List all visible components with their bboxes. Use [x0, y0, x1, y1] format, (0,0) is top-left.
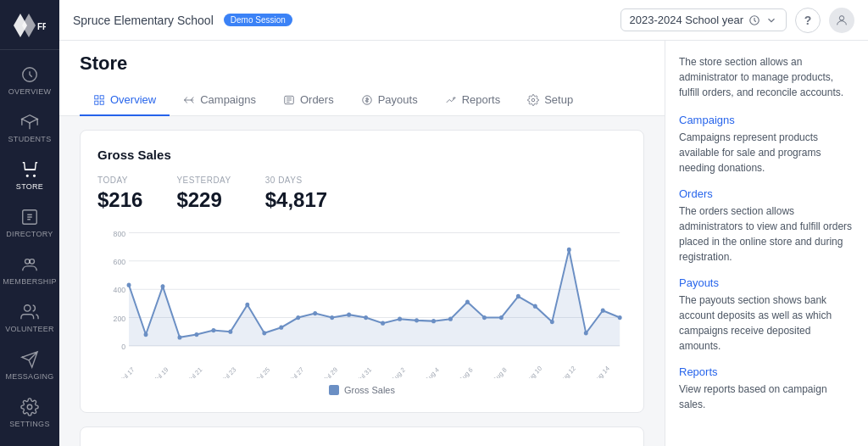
tab-reports[interactable]: Reports [431, 85, 515, 116]
tab-campaigns[interactable]: Campaigns [170, 85, 270, 116]
main-area: Spruce Elementary School Demo Session 20… [59, 0, 868, 446]
logo: FF [0, 7, 59, 50]
right-section-payouts: Payouts The payouts section shows bank a… [679, 276, 854, 354]
sidebar-item-volunteer[interactable]: Volunteer [0, 294, 59, 342]
clock-icon [748, 14, 760, 26]
svg-point-74 [618, 315, 622, 320]
svg-point-50 [211, 328, 215, 332]
right-section-reports: Reports View reports based on campaign s… [679, 365, 854, 412]
school-name: Spruce Elementary School [73, 14, 214, 27]
svg-point-53 [262, 331, 266, 335]
svg-point-60 [381, 321, 385, 326]
campaigns-section-text: Campaigns represent products available f… [679, 130, 854, 176]
legend-color [329, 385, 339, 395]
svg-point-66 [482, 315, 487, 320]
tab-overview[interactable]: Overview [80, 85, 170, 116]
svg-rect-16 [100, 101, 103, 104]
svg-point-69 [533, 304, 537, 309]
right-section-campaigns: Campaigns Campaigns represent products a… [679, 114, 854, 176]
settings-icon [527, 94, 539, 106]
svg-point-10 [27, 404, 32, 410]
svg-text:Aug 4: Aug 4 [424, 365, 441, 378]
tab-orders[interactable]: Orders [270, 85, 348, 116]
svg-text:Jul 19: Jul 19 [153, 365, 170, 378]
svg-point-49 [194, 332, 198, 337]
svg-point-54 [279, 326, 283, 330]
gross-sales-card: Gross Sales Today $216 Yesterday $229 30… [80, 130, 644, 413]
orders-section-text: The orders section allows administrators… [679, 203, 854, 265]
tabs: Overview Campaigns Orders [80, 85, 644, 115]
svg-point-72 [584, 331, 588, 335]
svg-text:0: 0 [121, 343, 125, 351]
svg-text:Aug 8: Aug 8 [492, 365, 509, 378]
sidebar-item-students[interactable]: Students [0, 104, 59, 152]
sidebar-item-overview[interactable]: Overview [0, 57, 59, 104]
svg-point-61 [398, 317, 402, 321]
header-right: 2023-2024 School year ? [620, 8, 854, 33]
svg-point-70 [550, 320, 554, 324]
sidebar-item-messaging[interactable]: Messaging [0, 342, 59, 389]
tab-payouts[interactable]: Payouts [348, 85, 431, 116]
svg-point-62 [415, 318, 419, 322]
svg-text:200: 200 [114, 314, 126, 322]
avatar[interactable] [829, 8, 854, 33]
svg-point-65 [465, 300, 470, 304]
list-icon [283, 94, 295, 106]
right-panel: The store section allows an administrato… [665, 41, 868, 446]
orders-section-title[interactable]: Orders [679, 187, 854, 200]
svg-text:Aug 14: Aug 14 [592, 364, 611, 378]
svg-point-55 [296, 315, 300, 320]
content-body: Gross Sales Today $216 Yesterday $229 30… [59, 116, 665, 446]
svg-text:Jul 17: Jul 17 [119, 365, 136, 378]
svg-text:Jul 21: Jul 21 [186, 365, 203, 378]
chevron-down-icon [765, 14, 777, 26]
page-content: Store Overview Campaigns [59, 41, 868, 446]
svg-text:Aug 12: Aug 12 [558, 365, 576, 378]
svg-rect-13 [95, 95, 98, 98]
right-panel-intro: The store section allows an administrato… [679, 54, 854, 100]
sidebar-item-store[interactable]: Store [0, 152, 59, 199]
svg-point-73 [601, 309, 605, 313]
payouts-section-title[interactable]: Payouts [679, 276, 854, 289]
svg-point-57 [330, 315, 334, 320]
svg-point-71 [567, 248, 571, 252]
svg-point-63 [431, 319, 436, 323]
sidebar-item-directory[interactable]: Directory [0, 199, 59, 247]
svg-text:Aug 10: Aug 10 [524, 365, 542, 378]
campaigns-section-title[interactable]: Campaigns [679, 114, 854, 126]
svg-text:Jul 23: Jul 23 [220, 365, 237, 378]
svg-text:Aug 2: Aug 2 [390, 365, 407, 378]
svg-text:FF: FF [37, 22, 46, 31]
svg-text:Jul 25: Jul 25 [254, 365, 271, 378]
stat-today: Today $216 [97, 176, 142, 212]
svg-point-64 [448, 317, 453, 321]
svg-point-4 [26, 175, 28, 176]
chart-legend: Gross Sales [97, 385, 626, 395]
stat-yesterday: Yesterday $229 [176, 176, 231, 212]
svg-text:Jul 27: Jul 27 [288, 365, 305, 378]
svg-point-56 [313, 311, 317, 315]
tab-setup[interactable]: Setup [514, 85, 587, 116]
svg-point-47 [161, 284, 165, 288]
help-button[interactable]: ? [795, 8, 821, 33]
svg-point-8 [30, 259, 35, 265]
svg-point-59 [364, 315, 368, 320]
number-of-orders-card: Number of Orders Today Yesterday 30 Days [80, 426, 644, 446]
svg-point-45 [127, 283, 131, 287]
svg-rect-14 [100, 95, 103, 98]
reports-section-title[interactable]: Reports [679, 365, 854, 378]
svg-text:400: 400 [114, 286, 126, 294]
chart-icon [445, 94, 457, 106]
svg-point-12 [839, 15, 843, 20]
svg-text:800: 800 [114, 229, 126, 237]
year-selector[interactable]: 2023-2024 School year [620, 8, 787, 31]
svg-point-51 [228, 330, 232, 334]
sidebar-item-settings[interactable]: Settings [0, 389, 59, 437]
svg-point-7 [25, 259, 31, 265]
payouts-section-text: The payouts section shows bank account d… [679, 293, 854, 354]
svg-rect-15 [95, 101, 98, 104]
stat-30days: 30 Days $4,817 [265, 176, 327, 212]
svg-marker-1 [22, 14, 36, 37]
sidebar-item-membership[interactable]: Membership [0, 247, 59, 294]
demo-badge: Demo Session [224, 14, 292, 26]
